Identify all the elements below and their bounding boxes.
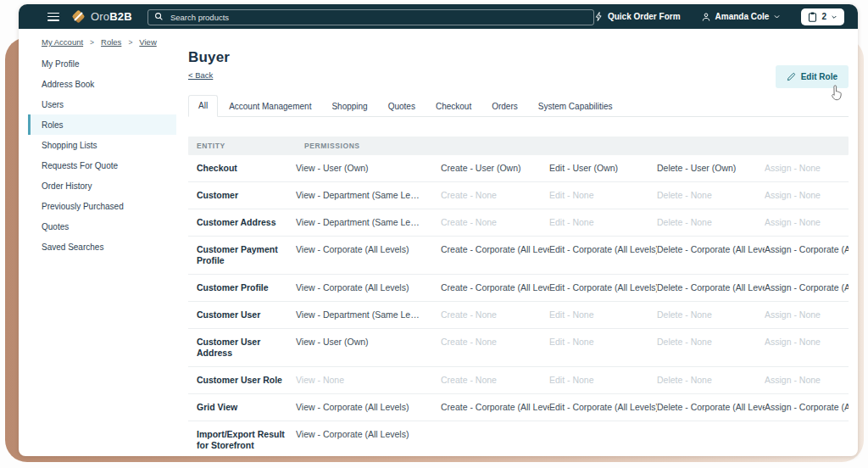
sidebar-item-previously-purchased[interactable]: Previously Purchased bbox=[28, 196, 176, 216]
permission-cell: Delete - None bbox=[657, 329, 765, 366]
tab-checkout[interactable]: Checkout bbox=[426, 97, 481, 117]
table-header: ENTITY PERMISSIONS bbox=[188, 136, 849, 155]
permissions-table: ENTITY PERMISSIONS Checkout View - User … bbox=[188, 136, 849, 456]
role-tabs: AllAccount ManagementShoppingQuotesCheck… bbox=[188, 94, 849, 117]
permission-cell: View - Department (Same Le… bbox=[296, 209, 441, 236]
permission-cell: Assign - None bbox=[765, 209, 849, 236]
breadcrumb-separator: > bbox=[90, 38, 94, 47]
entity-cell: Import/Export Result for Storefront bbox=[188, 421, 296, 456]
top-navbar: OroB2B Quick Order Form bbox=[19, 4, 858, 29]
entity-column-header: ENTITY bbox=[188, 136, 296, 155]
search-bar bbox=[147, 8, 594, 25]
screenshot-stage: OroB2B Quick Order Form bbox=[0, 0, 868, 468]
cart-button[interactable]: 2 bbox=[801, 8, 844, 25]
entity-cell: Customer bbox=[188, 182, 296, 209]
chevron-down-icon bbox=[773, 13, 781, 20]
pencil-icon bbox=[787, 72, 796, 81]
search-input[interactable] bbox=[147, 9, 594, 25]
tab-account-management[interactable]: Account Management bbox=[220, 97, 320, 117]
permission-cell: Edit - None bbox=[549, 367, 657, 393]
sidebar-item-saved-searches[interactable]: Saved Searches bbox=[28, 237, 176, 257]
permission-cell: Assign - None bbox=[765, 329, 849, 366]
breadcrumb-link-my-account[interactable]: My Account bbox=[42, 37, 83, 47]
table-row: Customer User View - Department (Same Le… bbox=[188, 302, 849, 329]
permission-cell: Create - None bbox=[441, 329, 549, 366]
app-window: OroB2B Quick Order Form bbox=[19, 4, 858, 456]
sidebar-item-order-history[interactable]: Order History bbox=[28, 176, 176, 196]
sidebar: My ProfileAddress BookUsersRolesShopping… bbox=[19, 53, 176, 257]
search-icon bbox=[154, 12, 164, 21]
sidebar-item-users[interactable]: Users bbox=[28, 94, 176, 114]
permissions-column-header: PERMISSIONS bbox=[296, 136, 441, 155]
sidebar-item-my-profile[interactable]: My Profile bbox=[28, 53, 176, 74]
diamond-logo-icon bbox=[71, 9, 86, 24]
user-icon bbox=[701, 12, 711, 22]
permission-cell: Create - User (Own) bbox=[441, 155, 549, 181]
table-row: Customer Payment Profile View - Corporat… bbox=[188, 237, 849, 275]
table-row: Customer User Role View - NoneCreate - N… bbox=[188, 367, 849, 394]
permission-cell: Create - None bbox=[441, 302, 549, 328]
clipboard-icon bbox=[808, 12, 817, 22]
sidebar-item-roles[interactable]: Roles bbox=[28, 114, 176, 135]
permission-cell: Create - None bbox=[441, 367, 549, 393]
sidebar-item-address-book[interactable]: Address Book bbox=[28, 74, 176, 94]
chevron-down-icon bbox=[831, 14, 837, 20]
permission-cell: Edit - User (Own) bbox=[549, 155, 657, 181]
table-row: Customer Profile View - Corporate (All L… bbox=[188, 275, 849, 302]
entity-cell: Customer Profile bbox=[188, 275, 296, 301]
navbar-right-group: Quick Order Form Amanda Cole bbox=[594, 8, 844, 25]
permission-cell: View - Corporate (All Levels) bbox=[296, 394, 441, 421]
table-body: Checkout View - User (Own)Create - User … bbox=[188, 155, 849, 456]
table-row: Customer Address View - Department (Same… bbox=[188, 209, 849, 237]
permission-cell: Delete - Corporate (All Levels) bbox=[657, 237, 765, 274]
main-content: Buyer < Back Edit Role AllAccount Manage… bbox=[188, 47, 849, 456]
back-link[interactable]: < Back bbox=[188, 70, 213, 80]
breadcrumb: My Account>Roles>View bbox=[42, 37, 157, 47]
breadcrumb-link-roles[interactable]: Roles bbox=[101, 37, 121, 47]
permission-cell: Edit - None bbox=[549, 182, 657, 209]
table-row: Checkout View - User (Own)Create - User … bbox=[188, 155, 849, 182]
tab-all[interactable]: All bbox=[188, 95, 218, 117]
permission-cell: Assign - None bbox=[765, 182, 849, 209]
breadcrumb-link-view[interactable]: View bbox=[139, 37, 156, 47]
permission-cell: Edit - None bbox=[549, 329, 657, 366]
permission-cell: Assign - Corporate (All Levels) bbox=[765, 394, 849, 421]
permission-cell: Create - Corporate (All Levels) bbox=[441, 237, 549, 274]
sidebar-item-shopping-lists[interactable]: Shopping Lists bbox=[28, 135, 176, 155]
permission-cell: Assign - None bbox=[765, 155, 849, 181]
sidebar-item-quotes[interactable]: Quotes bbox=[28, 216, 176, 237]
tab-system-capabilities[interactable]: System Capabilities bbox=[529, 97, 622, 117]
permission-cell: Delete - None bbox=[657, 367, 765, 393]
permission-cell: View - Corporate (All Levels) bbox=[296, 421, 441, 456]
permission-cell: Delete - None bbox=[657, 182, 765, 209]
sidebar-item-requests-for-quote[interactable]: Requests For Quote bbox=[28, 155, 176, 176]
quick-order-form-link[interactable]: Quick Order Form bbox=[594, 12, 681, 21]
table-row: Customer User Address View - User (Own)C… bbox=[188, 329, 849, 367]
entity-cell: Customer User Address bbox=[188, 329, 296, 366]
user-name: Amanda Cole bbox=[715, 12, 770, 21]
permission-cell: Create - Corporate (All Levels) bbox=[441, 275, 549, 301]
entity-cell: Customer Payment Profile bbox=[188, 237, 296, 274]
hamburger-menu-icon[interactable] bbox=[47, 13, 59, 21]
breadcrumb-separator: > bbox=[128, 38, 132, 47]
edit-role-button[interactable]: Edit Role bbox=[776, 65, 849, 88]
page-title: Buyer bbox=[188, 49, 849, 66]
entity-cell: Customer User Role bbox=[188, 367, 296, 393]
entity-cell: Checkout bbox=[188, 155, 296, 181]
user-menu[interactable]: Amanda Cole bbox=[701, 12, 782, 22]
tab-shopping[interactable]: Shopping bbox=[322, 97, 376, 117]
permission-cell: Edit - None bbox=[549, 209, 657, 236]
permission-cell: Edit - Corporate (All Levels) bbox=[549, 394, 657, 421]
tab-quotes[interactable]: Quotes bbox=[379, 97, 425, 117]
permission-cell: Assign - None bbox=[765, 302, 849, 328]
permission-cell: Create - None bbox=[441, 209, 549, 236]
orob2b-logo[interactable]: OroB2B bbox=[71, 9, 132, 24]
lightning-icon bbox=[594, 12, 604, 21]
cart-count: 2 bbox=[821, 12, 826, 21]
tab-orders[interactable]: Orders bbox=[482, 97, 527, 117]
permission-cell: Delete - None bbox=[657, 302, 765, 328]
permission-cell: Delete - Corporate (All Levels) bbox=[657, 394, 765, 421]
permission-cell: View - None bbox=[296, 367, 441, 393]
entity-cell: Customer User bbox=[188, 302, 296, 328]
table-row: Customer View - Department (Same Le…Crea… bbox=[188, 182, 849, 209]
